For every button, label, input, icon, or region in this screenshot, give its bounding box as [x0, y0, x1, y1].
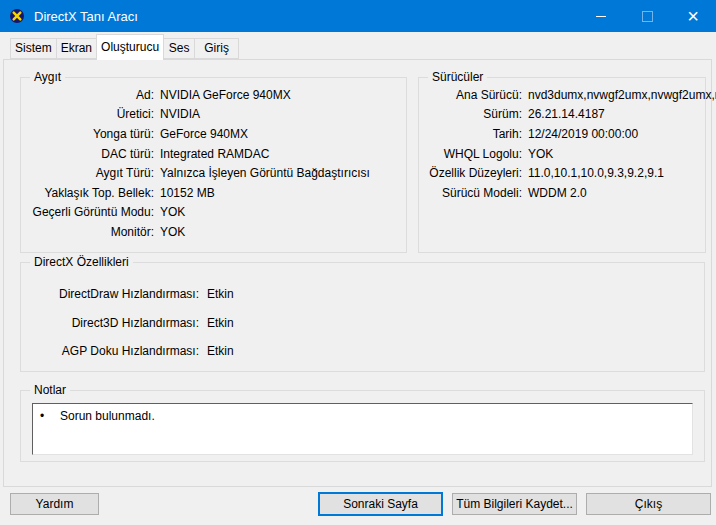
device-row-manufacturer: Üretici: NVIDIA	[21, 105, 406, 125]
note-text: Sorun bulunmadı.	[60, 409, 155, 423]
device-row-monitor: Monitör: YOK	[21, 222, 406, 242]
field-value: YOK	[528, 147, 553, 161]
dx-row-direct3d: Direct3D Hızlandırması: Etkin	[21, 309, 704, 338]
directx-app-icon	[9, 8, 25, 24]
field-value: NVIDIA GeForce 940MX	[160, 88, 291, 102]
title-bar: DirectX Tanı Aracı ×	[0, 0, 716, 32]
device-row-name: Ad: NVIDIA GeForce 940MX	[21, 85, 406, 105]
field-label: Direct3D Hızlandırması:	[29, 316, 199, 330]
minimize-button[interactable]	[578, 0, 624, 32]
note-item: • Sorun bulunmadı.	[33, 409, 692, 423]
field-label: Yonga türü:	[29, 127, 154, 141]
field-value: YOK	[160, 205, 185, 219]
driver-row-date: Tarih: 12/24/2019 00:00:00	[419, 124, 705, 144]
field-label: Aygıt Türü:	[29, 166, 154, 180]
notes-textbox[interactable]: • Sorun bulunmadı.	[32, 403, 693, 455]
field-label: Sürüm:	[427, 107, 522, 121]
field-value: 26.21.14.4187	[528, 107, 605, 121]
field-value: 12/24/2019 00:00:00	[528, 127, 638, 141]
field-label: Yaklaşık Top. Bellek:	[29, 186, 154, 200]
field-value: GeForce 940MX	[160, 127, 248, 141]
maximize-icon	[642, 11, 653, 22]
dx-row-agp: AGP Doku Hızlandırması: Etkin	[21, 337, 704, 366]
field-label: Monitör:	[29, 225, 154, 239]
device-groupbox: Aygıt Ad: NVIDIA GeForce 940MX Üretici: …	[20, 77, 407, 253]
tab-sistem[interactable]: Sistem	[10, 38, 57, 59]
field-value: Etkin	[207, 344, 234, 358]
window-controls: ×	[578, 0, 716, 32]
note-bullet: •	[33, 409, 60, 423]
field-label: Tarih:	[427, 127, 522, 141]
driver-row-whql: WHQL Logolu: YOK	[419, 144, 705, 164]
field-value: YOK	[160, 225, 185, 239]
directx-features-group-title: DirectX Özellikleri	[30, 255, 133, 269]
device-row-device-type: Aygıt Türü: Yalnızca İşleyen Görüntü Bağ…	[21, 163, 406, 183]
driver-row-feature-levels: Özellik Düzeyleri: 11.0,10.1,10.0,9.3,9.…	[419, 163, 705, 183]
tab-ses[interactable]: Ses	[163, 38, 195, 59]
driver-row-driver-model: Sürücü Modeli: WDDM 2.0	[419, 183, 705, 203]
field-value: Integrated RAMDAC	[160, 147, 269, 161]
field-value: 11.0,10.1,10.0,9.3,9.2,9.1	[528, 166, 664, 180]
maximize-button	[624, 0, 670, 32]
field-label: DAC türü:	[29, 147, 154, 161]
device-row-chip-type: Yonga türü: GeForce 940MX	[21, 124, 406, 144]
tab-ekran[interactable]: Ekran	[56, 38, 97, 59]
device-row-memory: Yaklaşık Top. Bellek: 10152 MB	[21, 183, 406, 203]
field-value: nvd3dumx,nvwgf2umx,nvwgf2umx,r	[528, 88, 716, 102]
field-label: Ad:	[29, 88, 154, 102]
field-value: Etkin	[207, 316, 234, 330]
help-button[interactable]: Yardım	[10, 493, 99, 515]
save-all-info-button[interactable]: Tüm Bilgileri Kaydet...	[452, 493, 577, 515]
close-button[interactable]: ×	[670, 0, 716, 32]
notes-group-title: Notlar	[30, 383, 70, 397]
driver-row-main-driver: Ana Sürücü: nvd3dumx,nvwgf2umx,nvwgf2umx…	[419, 85, 705, 105]
dx-row-directdraw: DirectDraw Hızlandırması: Etkin	[21, 280, 704, 309]
minimize-icon	[596, 16, 606, 17]
device-group-title: Aygıt	[30, 70, 65, 84]
drivers-groupbox: Sürücüler Ana Sürücü: nvd3dumx,nvwgf2umx…	[418, 77, 706, 253]
tab-strip: Sistem Ekran Oluşturucu Ses Giriş	[10, 34, 239, 60]
drivers-group-title: Sürücüler	[428, 70, 487, 84]
field-value: 10152 MB	[160, 186, 215, 200]
device-row-dac-type: DAC türü: Integrated RAMDAC	[21, 144, 406, 164]
driver-row-version: Sürüm: 26.21.14.4187	[419, 105, 705, 125]
field-value: NVIDIA	[160, 107, 200, 121]
device-row-display-mode: Geçerli Görüntü Modu: YOK	[21, 203, 406, 223]
field-label: AGP Doku Hızlandırması:	[29, 344, 199, 358]
next-page-button[interactable]: Sonraki Sayfa	[318, 492, 443, 516]
field-value: Etkin	[207, 287, 234, 301]
tab-olusturucu[interactable]: Oluşturucu	[96, 34, 164, 60]
tab-giris[interactable]: Giriş	[194, 38, 239, 59]
field-label: Geçerli Görüntü Modu:	[29, 205, 154, 219]
window-title: DirectX Tanı Aracı	[34, 9, 138, 24]
notes-groupbox: Notlar • Sorun bulunmadı.	[20, 390, 705, 462]
directx-features-groupbox: DirectX Özellikleri DirectDraw Hızlandır…	[20, 262, 705, 372]
close-icon: ×	[687, 6, 699, 26]
exit-button[interactable]: Çıkış	[586, 493, 711, 515]
field-value: WDDM 2.0	[528, 186, 587, 200]
field-label: Üretici:	[29, 107, 154, 121]
field-label: WHQL Logolu:	[427, 147, 522, 161]
field-value: Yalnızca İşleyen Görüntü Bağdaştırıcısı	[160, 166, 370, 180]
field-label: DirectDraw Hızlandırması:	[29, 287, 199, 301]
field-label: Ana Sürücü:	[427, 88, 522, 102]
field-label: Sürücü Modeli:	[427, 186, 522, 200]
field-label: Özellik Düzeyleri:	[427, 166, 522, 180]
